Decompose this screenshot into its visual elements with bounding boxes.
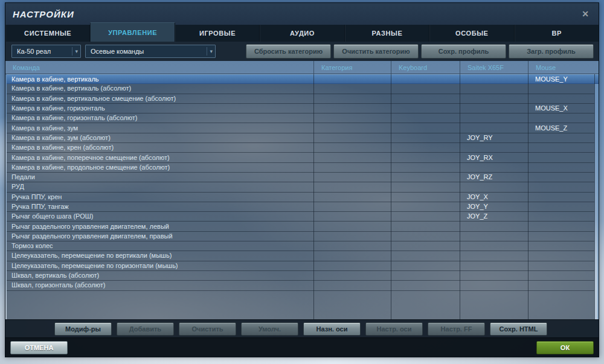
cell-mouse <box>528 212 594 221</box>
tab-игровые[interactable]: ИГРОВЫЕ <box>175 25 260 42</box>
cell-category <box>313 123 391 132</box>
footer-bar: ОТМЕНА ОК <box>5 337 599 357</box>
cell-category <box>313 163 391 172</box>
table-row[interactable]: Камера в кабине, вертикальное смещение (… <box>7 94 594 104</box>
cell-command: Ручка ППУ, тангаж <box>7 202 313 211</box>
cell-saitek <box>460 281 528 290</box>
cell-mouse <box>528 163 594 172</box>
cell-category <box>313 182 391 191</box>
table-row[interactable]: Камера в кабине, крен (абсолют) <box>7 143 594 153</box>
table-row[interactable]: Шквал, горизонталь (абсолют) <box>7 281 594 290</box>
cell-mouse <box>528 133 594 142</box>
cell-command: Рычаг общего шага (РОШ) <box>7 212 313 221</box>
cell-command: РУД <box>7 182 313 191</box>
table-row[interactable]: Камера в кабине, зумMOUSE_Z <box>7 123 594 133</box>
table-row[interactable]: Камера в кабине, зум (абсолют)JOY_RY <box>7 133 594 143</box>
close-icon[interactable]: ✕ <box>579 9 591 19</box>
cell-saitek <box>460 104 528 113</box>
table-row[interactable]: Камера в кабине, вертикаль (абсолют) <box>7 84 594 94</box>
table-row[interactable]: Камера в кабине, вертикальMOUSE_Y <box>7 74 599 84</box>
table-row[interactable]: Целеуказатель, перемещение по вертикали … <box>7 251 594 261</box>
cell-mouse <box>528 193 594 202</box>
tab-аудио[interactable]: АУДИО <box>260 25 344 42</box>
table-row[interactable]: Ручка ППУ, тангажJOY_Y <box>7 202 594 212</box>
cell-category <box>313 261 391 270</box>
ok-button[interactable]: ОК <box>536 341 594 354</box>
tab-особые[interactable]: ОСОБЫЕ <box>429 25 514 42</box>
toolbar-button-1[interactable]: Очистить категорию <box>333 44 419 59</box>
aircraft-profile-dropdown[interactable]: Ка-50 реал ▾ <box>11 45 81 58</box>
column-divider <box>391 74 391 319</box>
tab-управление[interactable]: УПРАВЛЕНИЕ <box>90 22 175 42</box>
cell-command: Камера в кабине, зум (абсолют) <box>7 133 313 142</box>
cell-saitek: JOY_Z <box>460 212 528 221</box>
command-category-dropdown[interactable]: Осевые команды ▾ <box>85 45 216 58</box>
table-row[interactable]: РУД <box>7 182 594 192</box>
cell-category <box>313 75 391 83</box>
cell-command: Камера в кабине, вертикаль (абсолют) <box>7 84 313 93</box>
column-header-3: Saitek X65F <box>460 61 528 74</box>
tab-системные[interactable]: СИСТЕМНЫЕ <box>5 25 90 42</box>
column-divider <box>594 74 595 319</box>
column-header-4: Mouse <box>528 61 599 74</box>
action-button-bar: Модиф-рыДобавитьОчиститьУмолч.Назн. осиН… <box>5 319 599 337</box>
table-row[interactable]: Рычаг раздельного управления двигателем,… <box>7 222 594 231</box>
toolbar-button-0[interactable]: Сбросить категорию <box>246 44 331 59</box>
toolbar-button-3[interactable]: Загр. профиль <box>509 44 594 59</box>
cell-keyboard <box>391 193 460 202</box>
cell-command: Педали <box>7 173 313 182</box>
cell-category <box>313 94 391 103</box>
cell-command: Камера в кабине, поперечное смещение (аб… <box>7 153 313 162</box>
cancel-button[interactable]: ОТМЕНА <box>10 341 68 354</box>
table-row[interactable]: Ручка ППУ, кренJOY_X <box>7 193 594 202</box>
cell-keyboard <box>391 163 460 172</box>
table-row[interactable]: Камера в кабине, горизонталь (абсолют) <box>7 113 594 123</box>
table-row[interactable]: Целеуказатель, перемещение по горизонтал… <box>7 261 594 271</box>
cell-command: Шквал, горизонталь (абсолют) <box>7 281 313 290</box>
cell-category <box>313 212 391 221</box>
toolbar-button-2[interactable]: Сохр. профиль <box>421 44 506 59</box>
cell-category <box>313 232 391 241</box>
table-row[interactable]: Рычаг общего шага (РОШ)JOY_Z <box>7 212 594 222</box>
table-row[interactable]: ПедалиJOY_RZ <box>7 173 594 182</box>
cell-keyboard <box>391 94 460 103</box>
action-button-7[interactable]: Сохр. HTML <box>490 322 547 336</box>
table-row[interactable]: Камера в кабине, продольное смещение (аб… <box>7 163 594 173</box>
table-row[interactable]: Тормоз колес <box>7 241 594 251</box>
cell-keyboard <box>391 75 460 83</box>
cell-keyboard <box>391 251 460 260</box>
tab-bar: СИСТЕМНЫЕУПРАВЛЕНИЕИГРОВЫЕАУДИОРАЗНЫЕОСО… <box>5 25 599 42</box>
cell-keyboard <box>391 153 460 162</box>
action-button-0[interactable]: Модиф-ры <box>54 322 112 336</box>
cell-category <box>313 202 391 211</box>
cell-saitek <box>460 143 528 152</box>
action-button-3[interactable]: Умолч. <box>241 322 298 336</box>
cell-command: Камера в кабине, горизонталь <box>7 104 313 113</box>
action-button-5[interactable]: Настр. оси <box>365 322 423 336</box>
toolbar: Ка-50 реал ▾ Осевые команды ▾ Сбросить к… <box>5 42 599 61</box>
cell-saitek <box>460 271 528 280</box>
cell-keyboard <box>391 222 460 231</box>
cell-saitek <box>460 163 528 172</box>
cell-mouse: MOUSE_X <box>528 104 594 113</box>
cell-command: Камера в кабине, зум <box>7 123 313 132</box>
cell-category <box>313 143 391 152</box>
cell-saitek: JOY_X <box>460 193 528 202</box>
table-row[interactable]: Рычаг раздельного управления двигателем,… <box>7 232 594 241</box>
tab-разные[interactable]: РАЗНЫЕ <box>345 25 429 42</box>
cell-keyboard <box>391 212 460 221</box>
cell-mouse <box>528 251 594 260</box>
table-row[interactable]: Шквал, вертикаль (абсолют) <box>7 271 594 281</box>
tab-вр[interactable]: ВР <box>515 25 599 42</box>
table-row[interactable]: Камера в кабине, поперечное смещение (аб… <box>7 153 594 162</box>
cell-saitek <box>460 84 528 93</box>
action-button-1[interactable]: Добавить <box>117 322 174 336</box>
title-bar: НАСТРОЙКИ ✕ <box>5 3 599 25</box>
action-button-6[interactable]: Настр. FF <box>428 322 485 336</box>
action-button-4[interactable]: Назн. оси <box>303 322 361 336</box>
cell-keyboard <box>391 261 460 270</box>
column-header-2: Keyboard <box>391 61 460 74</box>
action-button-2[interactable]: Очистить <box>179 322 236 336</box>
table-row[interactable]: Камера в кабине, горизонтальMOUSE_X <box>7 104 594 113</box>
cell-category <box>313 104 391 113</box>
